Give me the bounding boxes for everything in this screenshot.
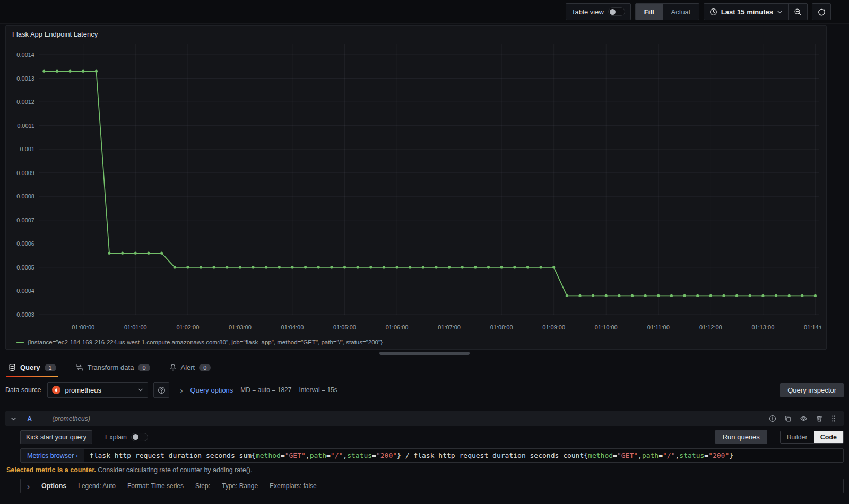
svg-text:0.0008: 0.0008 bbox=[16, 193, 34, 199]
tab-query-label: Query bbox=[20, 363, 40, 371]
options-legend: Legend: Auto bbox=[78, 482, 116, 490]
zoom-out-time-button[interactable] bbox=[788, 4, 807, 20]
interval-text: Interval = 15s bbox=[299, 386, 337, 394]
panel-title: Flask App Endpoint Latency bbox=[12, 29, 820, 41]
svg-text:01:05:00: 01:05:00 bbox=[333, 324, 356, 331]
query-help-icon[interactable] bbox=[769, 415, 776, 422]
svg-text:01:02:00: 01:02:00 bbox=[176, 324, 199, 331]
tab-transform-label: Transform data bbox=[88, 363, 134, 371]
tab-alert[interactable]: Alert 0 bbox=[167, 359, 213, 377]
series-legend-label[interactable]: {instance="ec2-184-169-216-224.us-west-1… bbox=[28, 339, 383, 345]
latency-timeseries-chart[interactable]: 0.00140.00130.00120.00110.0010.00090.000… bbox=[12, 41, 821, 336]
duplicate-query-icon[interactable] bbox=[784, 415, 792, 422]
datasource-help-button[interactable] bbox=[153, 382, 169, 398]
query-options-label[interactable]: Query options bbox=[190, 386, 233, 394]
chevron-down-icon bbox=[777, 9, 783, 15]
latency-panel: Flask App Endpoint Latency 0.00140.00130… bbox=[5, 25, 827, 350]
chevron-right-icon: › bbox=[180, 386, 183, 394]
time-range-picker[interactable]: Last 15 minutes bbox=[704, 4, 788, 20]
options-format: Format: Time series bbox=[127, 482, 184, 490]
horizontal-scrollbar-thumb[interactable] bbox=[379, 352, 470, 355]
panel-edit-toolbar: Table view Fill Actual Last 15 minutes bbox=[0, 0, 849, 24]
run-queries-button[interactable]: Run queries bbox=[715, 430, 767, 444]
svg-text:01:03:00: 01:03:00 bbox=[229, 324, 252, 331]
datasource-row: Data source prometheus › Query options M… bbox=[5, 382, 844, 398]
counter-warning: Selected metric is a counter. Consider c… bbox=[6, 466, 844, 474]
svg-text:0.0005: 0.0005 bbox=[16, 264, 34, 271]
svg-text:01:01:00: 01:01:00 bbox=[124, 324, 147, 331]
options-label: Options bbox=[41, 482, 66, 490]
query-toolbar-row: Kick start your query Explain Run querie… bbox=[20, 430, 844, 444]
svg-text:0.0011: 0.0011 bbox=[17, 123, 34, 129]
chart-legend: {instance="ec2-184-169-216-224.us-west-1… bbox=[12, 337, 820, 347]
database-icon bbox=[8, 363, 16, 371]
table-view-toggle[interactable] bbox=[608, 7, 625, 16]
delete-query-icon[interactable] bbox=[816, 415, 823, 422]
svg-text:0.0012: 0.0012 bbox=[16, 99, 34, 105]
refresh-icon bbox=[818, 8, 826, 16]
chevron-down-icon bbox=[138, 387, 143, 393]
svg-text:0.0013: 0.0013 bbox=[16, 75, 34, 82]
svg-text:0.0014: 0.0014 bbox=[16, 51, 34, 58]
transform-icon bbox=[75, 363, 83, 371]
svg-text:0.001: 0.001 bbox=[20, 146, 34, 152]
collapse-chevron-icon[interactable] bbox=[11, 416, 16, 422]
svg-text:01:10:00: 01:10:00 bbox=[595, 324, 618, 331]
editor-tabstrip: Query 1 Transform data 0 Alert 0 bbox=[5, 359, 844, 377]
drag-handle-icon[interactable] bbox=[831, 415, 836, 422]
options-exemplars: Exemplars: false bbox=[270, 482, 317, 490]
builder-button[interactable]: Builder bbox=[781, 431, 814, 443]
warning-text: Selected metric is a counter. bbox=[6, 466, 96, 474]
svg-text:01:14:00: 01:14:00 bbox=[804, 324, 821, 331]
svg-text:01:09:00: 01:09:00 bbox=[542, 324, 565, 331]
tab-transform-data[interactable]: Transform data 0 bbox=[73, 359, 152, 377]
svg-text:01:04:00: 01:04:00 bbox=[281, 324, 304, 331]
actual-button[interactable]: Actual bbox=[663, 4, 699, 20]
query-inspector-button[interactable]: Query inspector bbox=[780, 383, 844, 397]
query-options-collapsed-row[interactable]: › Options Legend: Auto Format: Time seri… bbox=[20, 479, 844, 493]
builder-code-segment: Builder Code bbox=[780, 431, 844, 444]
svg-text:01:00:00: 01:00:00 bbox=[72, 324, 94, 331]
datasource-select[interactable]: prometheus bbox=[47, 382, 148, 398]
promql-editor-row: Metrics browser › flask_http_request_dur… bbox=[20, 448, 844, 463]
explain-toggle[interactable] bbox=[131, 433, 148, 441]
options-step: Step: bbox=[195, 482, 210, 490]
tab-alert-label: Alert bbox=[181, 363, 195, 371]
alert-count-badge: 0 bbox=[199, 364, 211, 371]
time-picker-group: Last 15 minutes bbox=[704, 3, 808, 20]
chevron-right-icon: › bbox=[27, 482, 30, 490]
refresh-button[interactable] bbox=[812, 3, 831, 20]
svg-text:01:06:00: 01:06:00 bbox=[386, 324, 409, 331]
transform-count-badge: 0 bbox=[138, 364, 150, 371]
prometheus-icon bbox=[52, 386, 60, 394]
svg-text:01:11:00: 01:11:00 bbox=[647, 324, 670, 331]
svg-text:01:08:00: 01:08:00 bbox=[490, 324, 513, 331]
series-color-marker bbox=[16, 342, 24, 343]
query-row-actions bbox=[769, 415, 838, 422]
promql-query-input[interactable]: flask_http_request_duration_seconds_sum{… bbox=[84, 449, 843, 462]
query-ref-id: A bbox=[27, 415, 32, 423]
toggle-visibility-icon[interactable] bbox=[800, 415, 808, 422]
magnifier-minus-icon bbox=[794, 8, 802, 16]
query-options-section[interactable]: › Query options MD = auto = 1827 Interva… bbox=[180, 386, 337, 394]
svg-text:0.0004: 0.0004 bbox=[16, 288, 34, 294]
query-datasource-hint: (prometheus) bbox=[52, 415, 90, 422]
query-row-header[interactable]: A (prometheus) bbox=[5, 411, 844, 426]
svg-text:0.0009: 0.0009 bbox=[16, 170, 34, 176]
kick-start-query-button[interactable]: Kick start your query bbox=[20, 430, 92, 444]
svg-text:0.0003: 0.0003 bbox=[16, 311, 34, 318]
datasource-label: Data source bbox=[5, 386, 42, 394]
fill-button[interactable]: Fill bbox=[636, 4, 663, 20]
warning-rate-link[interactable]: Consider calculating rate of counter by … bbox=[98, 466, 252, 474]
datasource-value: prometheus bbox=[65, 386, 134, 394]
question-circle-icon bbox=[158, 386, 166, 394]
time-range-label: Last 15 minutes bbox=[721, 8, 773, 16]
clock-icon bbox=[709, 8, 717, 16]
table-view-label: Table view bbox=[571, 8, 604, 16]
table-view-group: Table view bbox=[566, 3, 631, 20]
query-count-badge: 1 bbox=[45, 364, 56, 371]
metrics-browser-button[interactable]: Metrics browser › bbox=[21, 449, 84, 462]
explain-control: Explain bbox=[105, 433, 148, 441]
code-button[interactable]: Code bbox=[814, 431, 843, 443]
tab-query[interactable]: Query 1 bbox=[6, 359, 58, 377]
